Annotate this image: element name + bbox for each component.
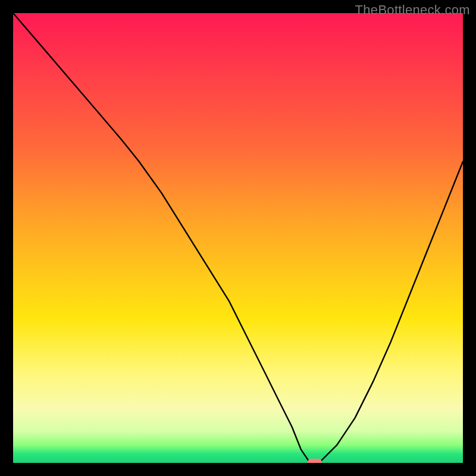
curve-svg xyxy=(13,13,463,463)
frame-border xyxy=(0,463,476,476)
plot-area xyxy=(13,13,463,463)
frame-border xyxy=(0,0,13,476)
watermark-text: TheBottleneck.com xyxy=(355,2,470,18)
frame-border xyxy=(463,0,476,476)
bottleneck-chart: TheBottleneck.com xyxy=(0,0,476,476)
bottleneck-curve-path xyxy=(13,13,463,463)
